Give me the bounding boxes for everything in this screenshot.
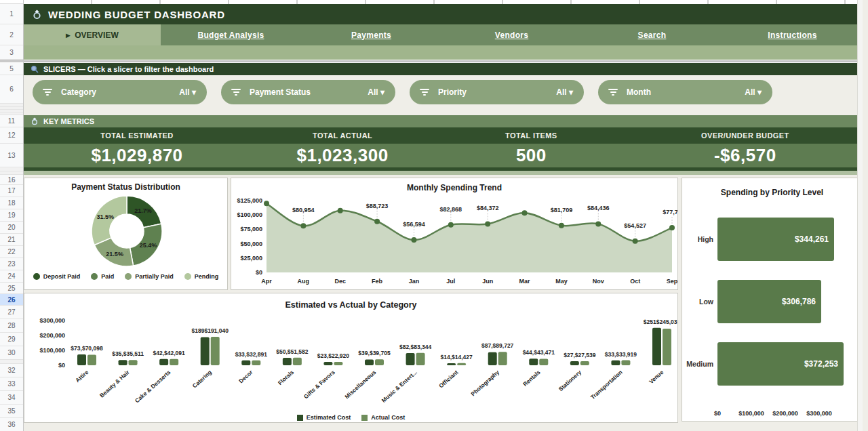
- row-header[interactable]: 16: [0, 175, 23, 185]
- active-tab-marker: ▸: [66, 30, 70, 40]
- metric-label: TOTAL ACTUAL: [250, 127, 435, 144]
- row-header[interactable]: 36: [0, 418, 23, 431]
- row-header[interactable]: 28: [0, 319, 23, 333]
- legend-item: Partially Paid: [125, 273, 174, 280]
- actual-bar: [129, 360, 138, 365]
- row-header[interactable]: 18: [0, 197, 23, 209]
- point-value-label: $77,76: [663, 209, 677, 216]
- priority-bar: $306,786: [717, 280, 821, 323]
- point-value-label: $54,527: [624, 222, 646, 229]
- legend-label: Deposit Paid: [43, 273, 81, 280]
- bar-value-label: $189$191,040: [192, 327, 229, 334]
- y-tick-label: $0: [256, 269, 262, 276]
- priority-bar-row: Low$306,786: [682, 280, 863, 323]
- estimated-vs-actual-chart[interactable]: Estimated vs Actual by Category $300,000…: [24, 293, 678, 423]
- tab-search[interactable]: Search: [582, 24, 722, 45]
- estimated-bar: [323, 362, 332, 365]
- tab-budget-analysis[interactable]: Budget Analysis: [161, 24, 301, 45]
- tab-payments[interactable]: Payments: [301, 24, 441, 45]
- row-header[interactable]: 35: [0, 405, 23, 418]
- row-header[interactable]: 24: [0, 270, 23, 283]
- category-chart-legend: Estimated CostActual Cost: [24, 414, 677, 421]
- priority-category-label: High: [682, 235, 717, 243]
- row-header[interactable]: 19: [0, 209, 23, 222]
- filter-icon: [42, 89, 53, 96]
- magnifier-icon: [31, 65, 39, 73]
- legend-swatch: [33, 273, 40, 280]
- sheet-tab-bar: ▸ OVERVIEW Budget Analysis Payments Vend…: [24, 24, 863, 45]
- row-header[interactable]: 6: [0, 75, 23, 104]
- row-header[interactable]: 30: [0, 346, 23, 360]
- row-header[interactable]: 3: [0, 45, 23, 60]
- row-header[interactable]: 25: [0, 283, 23, 294]
- payment-status-chart[interactable]: Payment Status Distribution 21.7%25.4%21…: [24, 178, 228, 290]
- scrollbar-track[interactable]: [857, 0, 863, 431]
- estimated-bar: [241, 361, 250, 365]
- x-tick-label: Aug: [298, 278, 310, 285]
- row-header[interactable]: 21: [0, 234, 23, 246]
- bar-value-label: $82,$83,344: [399, 344, 432, 350]
- metric-labels-row: TOTAL ESTIMATED TOTAL ACTUAL TOTAL ITEMS…: [24, 127, 863, 144]
- active-tab-label: OVERVIEW: [75, 30, 118, 40]
- row-header[interactable]: 22: [0, 246, 23, 258]
- data-point: [595, 221, 601, 226]
- actual-bar: [87, 355, 96, 365]
- priority-chart-plot: High$344,261Low$306,786Medium$372,253$0$…: [682, 218, 863, 422]
- x-tick-label: $100,000: [738, 410, 764, 417]
- x-category-label: Decor: [237, 369, 254, 385]
- y-tick-label: $200,000: [39, 332, 65, 339]
- estimated-bar: [201, 337, 210, 365]
- legend-item: Deposit Paid: [33, 273, 81, 280]
- row-header[interactable]: 1: [0, 4, 23, 24]
- row-header[interactable]: 23: [0, 258, 23, 270]
- priority-bar: $344,261: [717, 218, 834, 261]
- estimated-bar: [365, 359, 374, 365]
- row-header[interactable]: 11: [0, 115, 23, 127]
- slicer-payment-status[interactable]: Payment Status All ▾: [221, 80, 395, 104]
- row-header-selected[interactable]: 26: [0, 294, 23, 306]
- row-header[interactable]: 32: [0, 364, 23, 377]
- x-tick-label: Oct: [630, 278, 640, 285]
- row-header[interactable]: 27: [0, 306, 23, 319]
- slice-percent-label: 21.5%: [106, 251, 123, 258]
- estimated-bar: [159, 359, 168, 365]
- row-header[interactable]: 5: [0, 63, 23, 75]
- area-fill: [267, 203, 672, 272]
- metric-label: OVER/UNDER BUDGET: [628, 127, 863, 144]
- slicer-month[interactable]: Month All ▾: [598, 80, 772, 104]
- actual-bar: [580, 361, 589, 365]
- legend-label: Estimated Cost: [307, 414, 351, 421]
- donut-chart-plot: 21.7%25.4%21.5%31.5%: [24, 192, 227, 269]
- row-header[interactable]: 20: [0, 222, 23, 234]
- row-header[interactable]: 13: [0, 144, 23, 167]
- y-tick-label: $75,000: [240, 226, 262, 232]
- row-header[interactable]: 17: [0, 185, 23, 197]
- actual-bar: [621, 361, 630, 365]
- row-header[interactable]: 2: [0, 24, 23, 45]
- estimated-bar: [119, 360, 127, 365]
- x-tick-label: $300,000: [806, 410, 832, 417]
- row-header[interactable]: 33: [0, 377, 23, 391]
- chart-title: Estimated vs Actual by Category: [24, 293, 677, 310]
- data-point: [633, 239, 638, 244]
- filter-icon: [231, 89, 241, 96]
- monthly-trend-chart[interactable]: Monthly Spending Trend $125,000$100,000$…: [231, 178, 678, 290]
- key-metrics-section-header: KEY METRICS: [24, 115, 863, 127]
- slicer-category[interactable]: Category All ▾: [33, 80, 207, 104]
- slicer-value: All ▾: [368, 87, 384, 97]
- tab-vendors[interactable]: Vendors: [441, 24, 582, 45]
- bar-value-label: $251$245,035: [644, 319, 677, 325]
- y-tick-label: $0: [58, 362, 65, 369]
- donut-slice: [92, 196, 127, 245]
- priority-chart[interactable]: Spending by Priority Level High$344,261L…: [682, 178, 863, 422]
- x-tick-label: Dec: [334, 278, 346, 285]
- x-category-label: Transportation: [589, 369, 624, 401]
- tab-overview[interactable]: ▸ OVERVIEW: [24, 24, 161, 45]
- row-header[interactable]: 12: [0, 127, 23, 144]
- row-header[interactable]: 34: [0, 391, 23, 405]
- legend-label: Actual Cost: [371, 414, 405, 421]
- slicer-priority[interactable]: Priority All ▾: [410, 80, 584, 104]
- row-header[interactable]: 29: [0, 333, 23, 346]
- tab-instructions[interactable]: Instructions: [722, 24, 863, 45]
- row-header-gutter: 1235611121316171819202122232425262728293…: [0, 0, 24, 431]
